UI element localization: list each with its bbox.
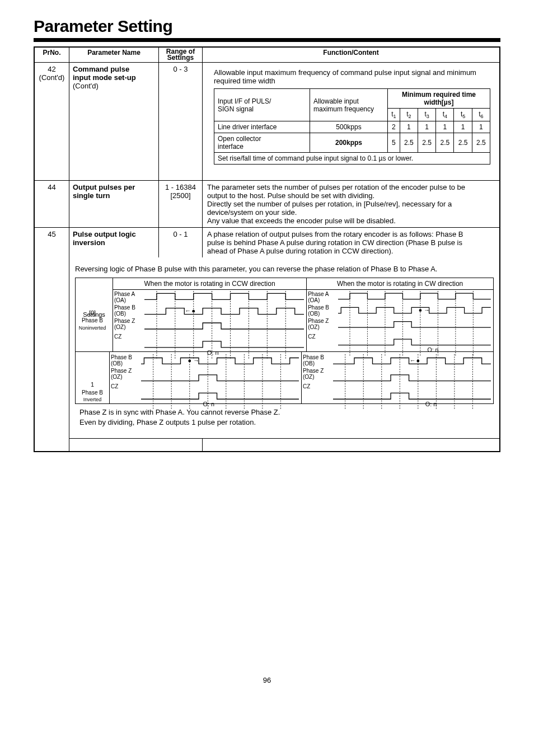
prno-42-cont: (Cont'd) bbox=[38, 73, 65, 82]
waveform-table-2: [0] Phase B Noninverted 1 Phase B Invert… bbox=[75, 352, 494, 404]
prno-45: 45 bbox=[35, 228, 69, 258]
parameter-table: PrNo. Parameter Name Range of Settings F… bbox=[34, 46, 500, 452]
param45-name-1: Pulse output logic bbox=[73, 230, 155, 238]
t6: t6 bbox=[472, 109, 490, 121]
ld-v6: 1 bbox=[472, 121, 490, 133]
param45-name-2: inversion bbox=[73, 238, 155, 247]
t5: t5 bbox=[454, 109, 472, 121]
svg-point-42 bbox=[416, 360, 419, 363]
set0-l3: Noninverted bbox=[76, 325, 109, 331]
th-iface1: Input I/F of PULS/ bbox=[218, 97, 307, 105]
t1: t1 bbox=[388, 109, 400, 121]
ccw-header: When the motor is rotating in CCW direct… bbox=[113, 278, 307, 289]
param44-range1: 1 - 16384 bbox=[162, 183, 199, 191]
param45-desc-2: pulse is behind Phase A pulse during rot… bbox=[207, 238, 495, 247]
th-allow1: Allowable input bbox=[313, 97, 385, 105]
param44-name-1: Output pulses per bbox=[73, 183, 155, 191]
param44-range2: [2500] bbox=[162, 191, 199, 200]
param42-name-2: input mode set-up bbox=[73, 73, 155, 82]
hdr-name: Parameter Name bbox=[69, 48, 159, 63]
prno-42: 42 bbox=[38, 65, 65, 73]
table-row: 42 (Cont'd) Command pulse input mode set… bbox=[35, 63, 500, 181]
oc-label2: interface bbox=[218, 143, 307, 151]
oc-freq: 200kpps bbox=[310, 133, 388, 153]
ld-v2: 1 bbox=[400, 121, 418, 133]
table-row: 45 Pulse output logic inversion 0 - 1 A … bbox=[35, 228, 500, 258]
oc-v3: 2.5 bbox=[418, 133, 436, 153]
ld-v3: 1 bbox=[418, 121, 436, 133]
svg-text:←: ← bbox=[410, 357, 416, 364]
oc-v5: 2.5 bbox=[454, 133, 472, 153]
param45-desc-3: ahead of Phase A pulse during rotation i… bbox=[207, 247, 495, 255]
waveform-table: Settings When the motor is rotating in C… bbox=[75, 278, 494, 352]
t2: t2 bbox=[400, 109, 418, 121]
prno-44: 44 bbox=[35, 181, 69, 228]
param45-foot2: Even by dividing, Phase Z outputs 1 puls… bbox=[79, 417, 494, 428]
param44-desc-3: Directly set the number of pulses per ro… bbox=[207, 200, 495, 208]
svg-point-30 bbox=[188, 360, 191, 363]
set1-l2: Phase B bbox=[76, 389, 109, 397]
table-row: 44 Output pulses per single turn 1 - 163… bbox=[35, 181, 500, 228]
wave-labels-ccw-0: Phase A(OA) Phase B(OB) Phase Z(OZ) CZ bbox=[114, 291, 135, 344]
param44-desc-4: device/system on your side. bbox=[207, 208, 495, 217]
line-driver-label: Line driver interface bbox=[214, 121, 310, 133]
param44-desc-2: output to the host. Pulse should be set … bbox=[207, 191, 495, 200]
page-title: Parameter Setting bbox=[34, 17, 500, 36]
param42-intro: Allowable input maximum frequency of com… bbox=[214, 68, 490, 85]
wave-cw-0-svg: → O: n bbox=[338, 291, 491, 355]
wave-ccw-0-svg: ← O: n bbox=[144, 291, 304, 359]
param42-range: 0 - 3 bbox=[159, 63, 203, 181]
cw-header: When the motor is rotating in CW directi… bbox=[307, 278, 494, 289]
param44-name-2: single turn bbox=[73, 191, 155, 200]
table-row bbox=[35, 439, 500, 452]
set0-l2: Phase B bbox=[76, 317, 109, 325]
svg-point-9 bbox=[192, 310, 195, 313]
set1-id: 1 bbox=[76, 381, 109, 389]
svg-text:→: → bbox=[193, 357, 199, 364]
table-row: Reversing logic of Phase B pulse with th… bbox=[35, 257, 500, 438]
oc-v1: 5 bbox=[388, 133, 400, 153]
ld-v4: 1 bbox=[436, 121, 454, 133]
oc-v2: 2.5 bbox=[400, 133, 418, 153]
hdr-function: Function/Content bbox=[203, 48, 500, 63]
svg-text:→: → bbox=[424, 307, 429, 313]
wave-labels-cw-1: Phase B(OB) Phase Z(OZ) CZ bbox=[303, 354, 324, 393]
oc-v6: 2.5 bbox=[472, 133, 490, 153]
wave-labels-cw-0: Phase A(OA) Phase B(OB) Phase Z(OZ) CZ bbox=[308, 291, 329, 344]
hdr-prno: PrNo. bbox=[35, 48, 69, 63]
param45-foot1: Phase Z is in sync with Phase A. You can… bbox=[79, 407, 494, 417]
title-rule bbox=[34, 38, 500, 41]
wave-labels-ccw-1: Phase B(OB) Phase Z(OZ) CZ bbox=[111, 354, 132, 393]
param44-desc-5: Any value that exceeds the encoder pulse… bbox=[207, 217, 495, 225]
line-driver-freq: 500kpps bbox=[310, 121, 388, 133]
param45-reverse-note: Reversing logic of Phase B pulse with th… bbox=[75, 264, 494, 274]
param42-name-1: Command pulse bbox=[73, 65, 155, 73]
rise-fall-note: Set rise/fall time of command pulse inpu… bbox=[214, 153, 490, 165]
hdr-range: Range of Settings bbox=[159, 48, 203, 63]
svg-text:O: n: O: n bbox=[428, 347, 439, 353]
param44-desc-1: The parameter sets the number of pulses … bbox=[207, 183, 495, 191]
ld-v1: 2 bbox=[388, 121, 400, 133]
wave-cw-1-svg: ← O: n bbox=[333, 354, 491, 409]
freq-table: Input I/F of PULS/ SIGN signal Allowable… bbox=[214, 88, 490, 165]
th-allow2: maximum frequency bbox=[313, 105, 385, 113]
svg-text:O: n: O: n bbox=[425, 401, 437, 407]
t4: t4 bbox=[436, 109, 454, 121]
wave-ccw-1-svg: → O: n bbox=[141, 354, 299, 409]
set1-l3: Inverted bbox=[76, 396, 109, 403]
oc-v4: 2.5 bbox=[436, 133, 454, 153]
th-iface2: SIGN signal bbox=[218, 105, 307, 113]
th-min: Minimum required time width[µs] bbox=[388, 89, 490, 109]
oc-label1: Open collector bbox=[218, 135, 307, 143]
param45-range: 0 - 1 bbox=[159, 228, 203, 258]
page-number: 96 bbox=[34, 676, 500, 696]
svg-text:←: ← bbox=[185, 308, 191, 314]
param42-name-cont: (Cont'd) bbox=[73, 82, 155, 90]
t3: t3 bbox=[418, 109, 436, 121]
set0-id: [0] bbox=[76, 309, 109, 317]
table-header-row: PrNo. Parameter Name Range of Settings F… bbox=[35, 48, 500, 63]
svg-text:O: n: O: n bbox=[203, 401, 214, 407]
hdr-range-text: Range of Settings bbox=[166, 48, 195, 62]
svg-point-19 bbox=[419, 309, 422, 312]
param45-desc-1: A phase relation of output pulses from t… bbox=[207, 230, 495, 238]
